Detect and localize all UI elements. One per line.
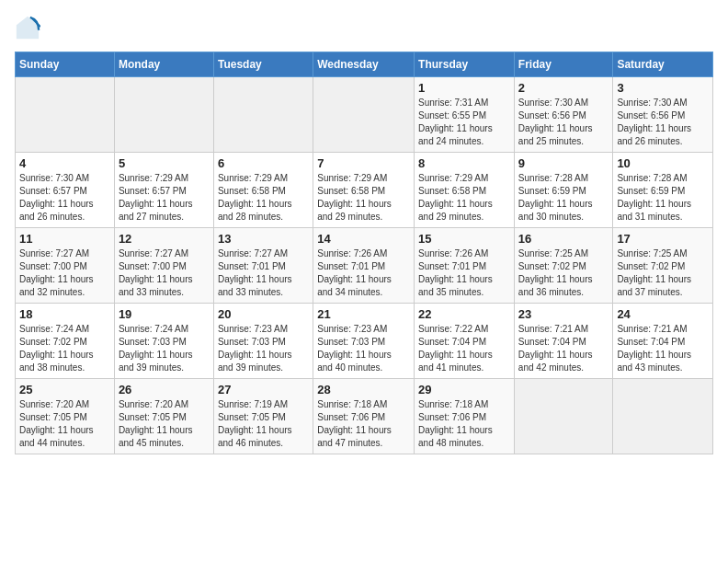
- day-number: 5: [119, 156, 210, 170]
- day-cell: 7Sunrise: 7:29 AM Sunset: 6:58 PM Daylig…: [313, 153, 415, 228]
- day-number: 8: [418, 156, 510, 170]
- day-info: Sunrise: 7:26 AM Sunset: 7:01 PM Dayligh…: [418, 247, 510, 299]
- day-info: Sunrise: 7:22 AM Sunset: 7:04 PM Dayligh…: [418, 323, 510, 374]
- day-cell: 2Sunrise: 7:30 AM Sunset: 6:56 PM Daylig…: [514, 77, 613, 153]
- day-cell: [313, 77, 415, 153]
- day-cell: 21Sunrise: 7:23 AM Sunset: 7:03 PM Dayli…: [313, 304, 415, 379]
- week-row-3: 11Sunrise: 7:27 AM Sunset: 7:00 PM Dayli…: [16, 228, 713, 304]
- day-number: 27: [218, 383, 309, 396]
- day-cell: [16, 77, 115, 153]
- day-cell: 19Sunrise: 7:24 AM Sunset: 7:03 PM Dayli…: [114, 304, 213, 379]
- day-cell: [114, 77, 213, 153]
- week-row-1: 1Sunrise: 7:31 AM Sunset: 6:55 PM Daylig…: [16, 77, 713, 153]
- day-cell: 11Sunrise: 7:27 AM Sunset: 7:00 PM Dayli…: [16, 228, 115, 304]
- day-info: Sunrise: 7:25 AM Sunset: 7:02 PM Dayligh…: [617, 247, 709, 299]
- day-number: 4: [19, 156, 110, 170]
- day-info: Sunrise: 7:27 AM Sunset: 7:00 PM Dayligh…: [119, 247, 210, 299]
- week-row-2: 4Sunrise: 7:30 AM Sunset: 6:57 PM Daylig…: [16, 153, 713, 228]
- day-cell: 23Sunrise: 7:21 AM Sunset: 7:04 PM Dayli…: [514, 304, 613, 379]
- day-info: Sunrise: 7:21 AM Sunset: 7:04 PM Dayligh…: [518, 323, 609, 374]
- day-info: Sunrise: 7:29 AM Sunset: 6:58 PM Dayligh…: [418, 172, 510, 224]
- day-cell: 4Sunrise: 7:30 AM Sunset: 6:57 PM Daylig…: [16, 153, 115, 228]
- day-number: 16: [518, 232, 609, 246]
- day-number: 24: [617, 307, 709, 321]
- day-cell: 22Sunrise: 7:22 AM Sunset: 7:04 PM Dayli…: [415, 304, 515, 379]
- column-header-saturday: Saturday: [613, 52, 713, 77]
- day-cell: 14Sunrise: 7:26 AM Sunset: 7:01 PM Dayli…: [313, 228, 415, 304]
- day-cell: 25Sunrise: 7:20 AM Sunset: 7:05 PM Dayli…: [16, 379, 115, 454]
- day-number: 21: [317, 307, 410, 321]
- day-number: 13: [218, 232, 309, 246]
- day-number: 19: [119, 307, 210, 321]
- page-header: [15, 15, 713, 40]
- day-cell: [514, 379, 613, 454]
- column-header-friday: Friday: [514, 52, 613, 77]
- day-info: Sunrise: 7:24 AM Sunset: 7:03 PM Dayligh…: [119, 323, 210, 374]
- day-number: 20: [218, 307, 309, 321]
- day-number: 23: [518, 307, 609, 321]
- day-info: Sunrise: 7:23 AM Sunset: 7:03 PM Dayligh…: [218, 323, 309, 374]
- day-info: Sunrise: 7:19 AM Sunset: 7:05 PM Dayligh…: [218, 398, 309, 450]
- calendar-header: SundayMondayTuesdayWednesdayThursdayFrid…: [16, 52, 713, 77]
- day-cell: 8Sunrise: 7:29 AM Sunset: 6:58 PM Daylig…: [415, 153, 515, 228]
- day-number: 22: [418, 307, 510, 321]
- column-header-tuesday: Tuesday: [213, 52, 313, 77]
- day-cell: 29Sunrise: 7:18 AM Sunset: 7:06 PM Dayli…: [415, 379, 515, 454]
- week-row-4: 18Sunrise: 7:24 AM Sunset: 7:02 PM Dayli…: [16, 304, 713, 379]
- calendar-body: 1Sunrise: 7:31 AM Sunset: 6:55 PM Daylig…: [16, 77, 713, 454]
- day-info: Sunrise: 7:29 AM Sunset: 6:57 PM Dayligh…: [119, 172, 210, 224]
- day-info: Sunrise: 7:30 AM Sunset: 6:57 PM Dayligh…: [19, 172, 110, 224]
- day-number: 15: [418, 232, 510, 246]
- day-info: Sunrise: 7:21 AM Sunset: 7:04 PM Dayligh…: [617, 323, 709, 374]
- day-cell: 20Sunrise: 7:23 AM Sunset: 7:03 PM Dayli…: [213, 304, 313, 379]
- day-info: Sunrise: 7:30 AM Sunset: 6:56 PM Dayligh…: [518, 97, 609, 148]
- day-cell: 28Sunrise: 7:18 AM Sunset: 7:06 PM Dayli…: [313, 379, 415, 454]
- day-cell: 3Sunrise: 7:30 AM Sunset: 6:56 PM Daylig…: [613, 77, 713, 153]
- day-number: 7: [317, 156, 410, 170]
- day-info: Sunrise: 7:27 AM Sunset: 7:00 PM Dayligh…: [19, 247, 110, 299]
- logo-icon: [15, 15, 40, 40]
- header-row: SundayMondayTuesdayWednesdayThursdayFrid…: [16, 52, 713, 77]
- day-info: Sunrise: 7:31 AM Sunset: 6:55 PM Dayligh…: [418, 97, 510, 148]
- day-info: Sunrise: 7:29 AM Sunset: 6:58 PM Dayligh…: [218, 172, 309, 224]
- day-number: 1: [418, 81, 510, 95]
- day-number: 9: [518, 156, 609, 170]
- day-number: 18: [19, 307, 110, 321]
- day-cell: 17Sunrise: 7:25 AM Sunset: 7:02 PM Dayli…: [613, 228, 713, 304]
- day-info: Sunrise: 7:29 AM Sunset: 6:58 PM Dayligh…: [317, 172, 410, 224]
- day-number: 3: [617, 81, 709, 95]
- column-header-wednesday: Wednesday: [313, 52, 415, 77]
- day-cell: 18Sunrise: 7:24 AM Sunset: 7:02 PM Dayli…: [16, 304, 115, 379]
- day-cell: 13Sunrise: 7:27 AM Sunset: 7:01 PM Dayli…: [213, 228, 313, 304]
- day-number: 10: [617, 156, 709, 170]
- day-number: 11: [19, 232, 110, 246]
- day-cell: [613, 379, 713, 454]
- day-info: Sunrise: 7:26 AM Sunset: 7:01 PM Dayligh…: [317, 247, 410, 299]
- day-number: 14: [317, 232, 410, 246]
- day-cell: 24Sunrise: 7:21 AM Sunset: 7:04 PM Dayli…: [613, 304, 713, 379]
- column-header-monday: Monday: [114, 52, 213, 77]
- day-info: Sunrise: 7:18 AM Sunset: 7:06 PM Dayligh…: [317, 398, 410, 450]
- day-cell: 1Sunrise: 7:31 AM Sunset: 6:55 PM Daylig…: [415, 77, 515, 153]
- day-number: 26: [119, 383, 210, 396]
- day-info: Sunrise: 7:28 AM Sunset: 6:59 PM Dayligh…: [518, 172, 609, 224]
- column-header-sunday: Sunday: [16, 52, 115, 77]
- day-info: Sunrise: 7:24 AM Sunset: 7:02 PM Dayligh…: [19, 323, 110, 374]
- day-info: Sunrise: 7:20 AM Sunset: 7:05 PM Dayligh…: [119, 398, 210, 450]
- day-number: 6: [218, 156, 309, 170]
- day-cell: 27Sunrise: 7:19 AM Sunset: 7:05 PM Dayli…: [213, 379, 313, 454]
- day-cell: [213, 77, 313, 153]
- column-header-thursday: Thursday: [415, 52, 515, 77]
- day-cell: 12Sunrise: 7:27 AM Sunset: 7:00 PM Dayli…: [114, 228, 213, 304]
- day-number: 25: [19, 383, 110, 396]
- day-info: Sunrise: 7:25 AM Sunset: 7:02 PM Dayligh…: [518, 247, 609, 299]
- day-cell: 15Sunrise: 7:26 AM Sunset: 7:01 PM Dayli…: [415, 228, 515, 304]
- day-number: 29: [418, 383, 510, 396]
- calendar-table: SundayMondayTuesdayWednesdayThursdayFrid…: [15, 52, 713, 454]
- week-row-5: 25Sunrise: 7:20 AM Sunset: 7:05 PM Dayli…: [16, 379, 713, 454]
- logo: [15, 15, 44, 40]
- day-number: 2: [518, 81, 609, 95]
- day-info: Sunrise: 7:28 AM Sunset: 6:59 PM Dayligh…: [617, 172, 709, 224]
- day-number: 28: [317, 383, 410, 396]
- day-cell: 10Sunrise: 7:28 AM Sunset: 6:59 PM Dayli…: [613, 153, 713, 228]
